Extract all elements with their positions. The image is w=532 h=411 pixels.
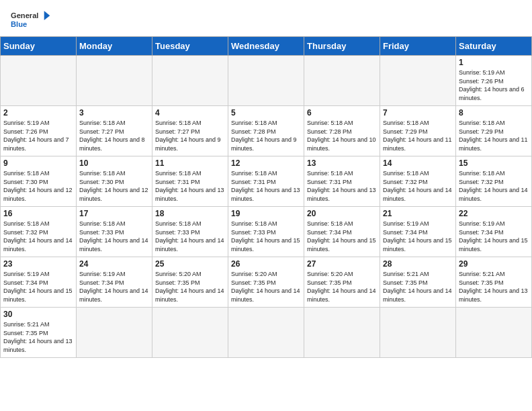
day-info: Sunrise: 5:18 AMSunset: 7:27 PMDaylight:… xyxy=(79,119,149,152)
day-cell-9: 9Sunrise: 5:18 AMSunset: 7:30 PMDaylight… xyxy=(1,156,77,207)
header: General Blue xyxy=(0,0,532,36)
day-info: Sunrise: 5:18 AMSunset: 7:33 PMDaylight:… xyxy=(155,220,225,253)
day-number: 18 xyxy=(155,209,225,218)
week-row-4: 16Sunrise: 5:18 AMSunset: 7:32 PMDayligh… xyxy=(1,207,532,257)
empty-cell xyxy=(380,308,456,358)
day-cell-17: 17Sunrise: 5:18 AMSunset: 7:33 PMDayligh… xyxy=(77,207,152,257)
weekday-header-friday: Friday xyxy=(380,37,456,56)
day-number: 8 xyxy=(459,108,529,118)
day-cell-15: 15Sunrise: 5:18 AMSunset: 7:32 PMDayligh… xyxy=(456,156,532,207)
day-number: 7 xyxy=(383,108,453,118)
day-number: 14 xyxy=(383,158,453,168)
empty-cell xyxy=(1,56,77,106)
day-info: Sunrise: 5:18 AMSunset: 7:27 PMDaylight:… xyxy=(155,119,225,152)
day-info: Sunrise: 5:20 AMSunset: 7:35 PMDaylight:… xyxy=(307,270,377,304)
day-info: Sunrise: 5:18 AMSunset: 7:31 PMDaylight:… xyxy=(307,169,377,203)
day-number: 9 xyxy=(3,158,73,168)
day-info: Sunrise: 5:19 AMSunset: 7:34 PMDaylight:… xyxy=(79,270,149,304)
weekday-header-sunday: Sunday xyxy=(1,37,77,56)
weekday-header-saturday: Saturday xyxy=(456,37,532,56)
empty-cell xyxy=(304,308,380,358)
day-info: Sunrise: 5:19 AMSunset: 7:26 PMDaylight:… xyxy=(459,68,529,102)
day-number: 22 xyxy=(459,209,529,218)
day-number: 20 xyxy=(307,209,377,218)
day-number: 25 xyxy=(155,259,225,269)
day-info: Sunrise: 5:18 AMSunset: 7:30 PMDaylight:… xyxy=(3,169,73,203)
day-number: 29 xyxy=(459,259,529,269)
day-info: Sunrise: 5:20 AMSunset: 7:35 PMDaylight:… xyxy=(155,270,225,304)
empty-cell xyxy=(152,56,228,106)
day-number: 10 xyxy=(79,158,149,168)
week-row-1: 1Sunrise: 5:19 AMSunset: 7:26 PMDaylight… xyxy=(1,56,532,106)
day-number: 2 xyxy=(3,108,73,118)
day-info: Sunrise: 5:20 AMSunset: 7:35 PMDaylight:… xyxy=(231,270,301,304)
day-info: Sunrise: 5:18 AMSunset: 7:31 PMDaylight:… xyxy=(155,169,225,203)
logo: General Blue xyxy=(11,8,51,32)
day-cell-23: 23Sunrise: 5:19 AMSunset: 7:34 PMDayligh… xyxy=(1,257,77,308)
day-number: 1 xyxy=(459,58,529,67)
day-number: 24 xyxy=(79,259,149,269)
svg-text:Blue: Blue xyxy=(11,20,27,28)
week-row-5: 23Sunrise: 5:19 AMSunset: 7:34 PMDayligh… xyxy=(1,257,532,308)
day-info: Sunrise: 5:19 AMSunset: 7:34 PMDaylight:… xyxy=(459,220,529,253)
day-cell-19: 19Sunrise: 5:18 AMSunset: 7:33 PMDayligh… xyxy=(228,207,304,257)
day-cell-2: 2Sunrise: 5:19 AMSunset: 7:26 PMDaylight… xyxy=(1,106,77,156)
day-cell-5: 5Sunrise: 5:18 AMSunset: 7:28 PMDaylight… xyxy=(228,106,304,156)
day-number: 5 xyxy=(231,108,301,118)
day-cell-27: 27Sunrise: 5:20 AMSunset: 7:35 PMDayligh… xyxy=(304,257,380,308)
day-number: 13 xyxy=(307,158,377,168)
day-info: Sunrise: 5:19 AMSunset: 7:34 PMDaylight:… xyxy=(3,270,73,304)
day-cell-16: 16Sunrise: 5:18 AMSunset: 7:32 PMDayligh… xyxy=(1,207,77,257)
day-info: Sunrise: 5:21 AMSunset: 7:35 PMDaylight:… xyxy=(459,270,529,304)
day-info: Sunrise: 5:18 AMSunset: 7:31 PMDaylight:… xyxy=(231,169,301,203)
day-cell-6: 6Sunrise: 5:18 AMSunset: 7:28 PMDaylight… xyxy=(304,106,380,156)
day-cell-11: 11Sunrise: 5:18 AMSunset: 7:31 PMDayligh… xyxy=(152,156,228,207)
empty-cell xyxy=(380,56,456,106)
empty-cell xyxy=(456,308,532,358)
day-cell-25: 25Sunrise: 5:20 AMSunset: 7:35 PMDayligh… xyxy=(152,257,228,308)
week-row-3: 9Sunrise: 5:18 AMSunset: 7:30 PMDaylight… xyxy=(1,156,532,207)
generalblue-logo-icon: General Blue xyxy=(11,8,51,32)
day-cell-4: 4Sunrise: 5:18 AMSunset: 7:27 PMDaylight… xyxy=(152,106,228,156)
day-cell-28: 28Sunrise: 5:21 AMSunset: 7:35 PMDayligh… xyxy=(380,257,456,308)
empty-cell xyxy=(77,308,152,358)
day-cell-7: 7Sunrise: 5:18 AMSunset: 7:29 PMDaylight… xyxy=(380,106,456,156)
day-number: 17 xyxy=(79,209,149,218)
day-number: 30 xyxy=(3,310,73,319)
day-cell-8: 8Sunrise: 5:18 AMSunset: 7:29 PMDaylight… xyxy=(456,106,532,156)
day-number: 16 xyxy=(3,209,73,218)
day-cell-3: 3Sunrise: 5:18 AMSunset: 7:27 PMDaylight… xyxy=(77,106,152,156)
day-cell-20: 20Sunrise: 5:18 AMSunset: 7:34 PMDayligh… xyxy=(304,207,380,257)
day-number: 23 xyxy=(3,259,73,269)
day-cell-22: 22Sunrise: 5:19 AMSunset: 7:34 PMDayligh… xyxy=(456,207,532,257)
day-info: Sunrise: 5:18 AMSunset: 7:32 PMDaylight:… xyxy=(459,169,529,203)
day-number: 26 xyxy=(231,259,301,269)
weekday-header-tuesday: Tuesday xyxy=(152,37,228,56)
day-info: Sunrise: 5:18 AMSunset: 7:34 PMDaylight:… xyxy=(307,220,377,253)
day-info: Sunrise: 5:18 AMSunset: 7:30 PMDaylight:… xyxy=(79,169,149,203)
day-number: 21 xyxy=(383,209,453,218)
day-info: Sunrise: 5:18 AMSunset: 7:28 PMDaylight:… xyxy=(307,119,377,152)
week-row-6: 30Sunrise: 5:21 AMSunset: 7:35 PMDayligh… xyxy=(1,308,532,358)
day-number: 4 xyxy=(155,108,225,118)
day-info: Sunrise: 5:18 AMSunset: 7:28 PMDaylight:… xyxy=(231,119,301,152)
day-cell-14: 14Sunrise: 5:18 AMSunset: 7:32 PMDayligh… xyxy=(380,156,456,207)
svg-text:General: General xyxy=(11,11,38,19)
day-number: 19 xyxy=(231,209,301,218)
day-info: Sunrise: 5:21 AMSunset: 7:35 PMDaylight:… xyxy=(383,270,453,304)
empty-cell xyxy=(228,56,304,106)
calendar-table: SundayMondayTuesdayWednesdayThursdayFrid… xyxy=(0,36,532,358)
weekday-header-row: SundayMondayTuesdayWednesdayThursdayFrid… xyxy=(1,37,532,56)
day-info: Sunrise: 5:18 AMSunset: 7:33 PMDaylight:… xyxy=(79,220,149,253)
day-info: Sunrise: 5:19 AMSunset: 7:26 PMDaylight:… xyxy=(3,119,73,152)
day-info: Sunrise: 5:18 AMSunset: 7:29 PMDaylight:… xyxy=(459,119,529,152)
day-cell-12: 12Sunrise: 5:18 AMSunset: 7:31 PMDayligh… xyxy=(228,156,304,207)
day-cell-1: 1Sunrise: 5:19 AMSunset: 7:26 PMDaylight… xyxy=(456,56,532,106)
day-info: Sunrise: 5:18 AMSunset: 7:33 PMDaylight:… xyxy=(231,220,301,253)
day-number: 3 xyxy=(79,108,149,118)
week-row-2: 2Sunrise: 5:19 AMSunset: 7:26 PMDaylight… xyxy=(1,106,532,156)
day-number: 27 xyxy=(307,259,377,269)
empty-cell xyxy=(228,308,304,358)
empty-cell xyxy=(304,56,380,106)
day-info: Sunrise: 5:18 AMSunset: 7:32 PMDaylight:… xyxy=(3,220,73,253)
